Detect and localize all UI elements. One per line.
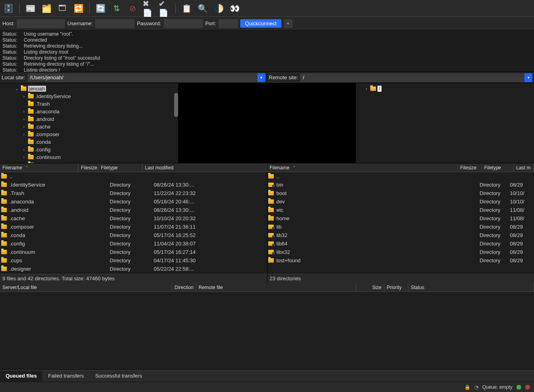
col-lastmod[interactable]: Last modified (143, 163, 267, 172)
filter-icon[interactable]: 🔍 (197, 2, 209, 14)
col-filesize[interactable]: Filesize (78, 163, 98, 172)
sync-browse-icon[interactable]: 🔁 (72, 2, 84, 14)
chevron-right-icon[interactable]: › (22, 155, 26, 159)
folder-icon (28, 94, 34, 99)
tc-status[interactable]: Status (408, 283, 534, 291)
file-row[interactable]: binDirectory08/29 (267, 181, 534, 189)
key-icon[interactable]: ◔ (474, 384, 478, 390)
tc-direction[interactable]: Direction (172, 283, 196, 291)
file-row[interactable]: .androidDirectory08/26/24 13:30:... (0, 206, 267, 214)
local-path-dropdown[interactable]: ▾ (257, 73, 265, 82)
process-queue-icon[interactable]: ⇅ (110, 2, 122, 14)
tab-successful[interactable]: Successful transfers (90, 371, 148, 382)
toggle-tree-icon[interactable]: 🗂️ (40, 2, 52, 14)
tree-item[interactable]: ›.composer (0, 131, 178, 138)
chevron-right-icon[interactable]: › (22, 94, 26, 99)
chevron-right-icon[interactable]: › (22, 117, 26, 121)
port-input[interactable] (219, 19, 238, 28)
col-filename[interactable]: Filename (0, 163, 78, 172)
col-filetype[interactable]: Filetype (98, 163, 143, 172)
tree-item[interactable]: jenoah (28, 86, 46, 92)
col-filesize-r[interactable]: Filesize (458, 163, 482, 172)
file-row[interactable]: .. (267, 172, 534, 181)
chevron-right-icon[interactable]: › (364, 86, 369, 91)
lock-icon[interactable]: 🔒 (464, 384, 470, 390)
queue-status: Queue: empty (482, 384, 512, 390)
file-row[interactable]: lost+foundDirectory08/29 (267, 256, 534, 265)
username-input[interactable] (95, 19, 135, 28)
reconnect-icon[interactable]: ✔︎📄 (159, 2, 171, 14)
chevron-right-icon[interactable]: › (22, 132, 26, 137)
file-row[interactable]: .continuumDirectory05/17/24 16:27:14 (0, 248, 267, 256)
password-input[interactable] (164, 19, 203, 28)
compare-icon[interactable]: 🌓 (213, 2, 225, 14)
file-row[interactable]: etcDirectory11/08/ (267, 206, 534, 214)
tree-item[interactable]: .Trash (0, 100, 178, 108)
col-filename-r[interactable]: Filename (267, 163, 458, 172)
disconnect-icon[interactable]: ✖︎📄 (143, 2, 155, 14)
file-row[interactable]: lib64Directory08/29 (267, 239, 534, 248)
file-row[interactable]: libx32Directory08/29 (267, 248, 534, 256)
status-bar: 🔒 ◔ Queue: empty (0, 382, 534, 392)
file-row[interactable]: devDirectory10/10/ (267, 197, 534, 206)
tree-item[interactable]: ›.android (0, 115, 178, 123)
cancel-icon[interactable]: ⊘ (126, 2, 139, 14)
quickconnect-history-dropdown[interactable]: ▾ (284, 19, 293, 28)
tree-item[interactable]: .conda (0, 138, 178, 146)
tab-queued[interactable]: Queued files (0, 371, 42, 382)
file-row[interactable]: libDirectory08/29 (267, 223, 534, 231)
tab-failed[interactable]: Failed transfers (42, 371, 90, 382)
local-tree-scrollbar[interactable] (174, 93, 178, 117)
remote-path-input[interactable]: / ▾ (300, 73, 532, 82)
file-row[interactable]: .. (0, 172, 267, 181)
quickconnect-button[interactable]: Quickconnect (240, 19, 281, 28)
tree-item[interactable]: ›.IdentityService (0, 92, 178, 100)
chevron-right-icon[interactable]: › (22, 109, 26, 114)
file-row[interactable]: .configDirectory11/04/24 20:38:07 (0, 239, 267, 248)
file-row[interactable]: .composerDirectory11/07/24 21:36:11 (0, 223, 267, 231)
chevron-down-icon[interactable]: ⌄ (14, 86, 19, 91)
file-row[interactable]: .condaDirectory05/17/24 16:25:52 (0, 231, 267, 239)
tc-priority[interactable]: Priority (384, 283, 408, 291)
file-row[interactable]: .anacondaDirectory05/18/24 20:46:... (0, 197, 267, 206)
site-manager-icon[interactable]: 🗄️ (2, 2, 14, 14)
local-file-list[interactable]: Filename Filesize Filetype Last modified… (0, 163, 267, 273)
tc-remote[interactable]: Remote file (196, 283, 356, 291)
file-row[interactable]: bootDirectory10/10/ (267, 189, 534, 197)
tc-server[interactable]: Server/Local file (0, 283, 172, 291)
refresh-icon[interactable]: 🔄 (94, 2, 106, 14)
tree-item[interactable]: ›.continuum (0, 153, 178, 161)
find-icon[interactable]: 👀 (229, 2, 241, 14)
chevron-right-icon[interactable]: › (22, 125, 26, 129)
tree-item[interactable]: ›.config (0, 146, 178, 153)
file-row[interactable]: .TrashDirectory11/22/24 22:23:32 (0, 189, 267, 197)
tree-item[interactable]: .cups (0, 161, 178, 163)
remote-file-list[interactable]: Filename Filesize Filetype Last m ..binD… (267, 163, 534, 273)
remote-path-dropdown[interactable]: ▾ (524, 73, 532, 82)
col-lastmod-r[interactable]: Last m (514, 163, 534, 172)
tree-item[interactable]: / (377, 86, 381, 92)
file-row[interactable]: .cupsDirectory04/17/24 11:45:30 (0, 256, 267, 265)
remote-tree[interactable]: ›/ (356, 83, 534, 163)
toggle-log-icon[interactable]: 📰 (24, 2, 36, 14)
file-row[interactable]: homeDirectory11/08/ (267, 214, 534, 223)
tree-item[interactable]: ›.anaconda (0, 108, 178, 115)
message-log[interactable]: Status: Using username "root".Status: Co… (0, 30, 534, 72)
host-input[interactable] (17, 19, 65, 28)
local-path-input[interactable]: /Users/jenoah/ ▾ (28, 73, 265, 82)
file-row[interactable]: .designerDirectory05/22/24 22:58:... (0, 265, 267, 273)
folder-icon (268, 191, 274, 195)
symlink-icon (268, 250, 274, 254)
file-row[interactable]: .IdentityServiceDirectory08/26/24 13:30:… (0, 181, 267, 189)
local-tree[interactable]: ⌄jenoah›.IdentityService.Trash›.anaconda… (0, 83, 178, 163)
tc-size[interactable]: Size (356, 283, 384, 291)
indicator-red (525, 385, 530, 390)
col-filetype-r[interactable]: Filetype (482, 163, 514, 172)
transfer-queue[interactable] (0, 292, 534, 370)
file-listing-icon[interactable]: 📋 (181, 2, 193, 14)
file-row[interactable]: .cacheDirectory10/10/24 20:20:32 (0, 214, 267, 223)
toggle-queue-icon[interactable]: 🗔 (56, 2, 68, 14)
chevron-right-icon[interactable]: › (22, 147, 26, 152)
file-row[interactable]: lib32Directory08/29 (267, 231, 534, 239)
tree-item[interactable]: ›.cache (0, 123, 178, 131)
